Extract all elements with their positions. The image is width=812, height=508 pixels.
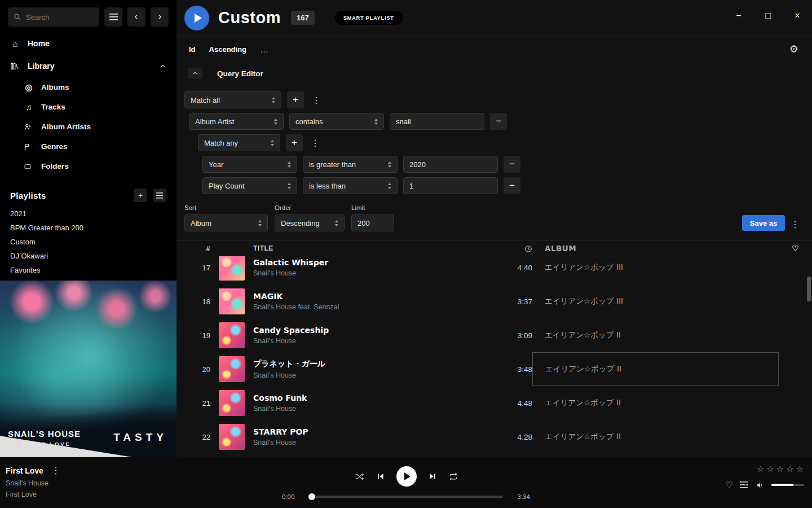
sidebar-item-tracks[interactable]: ♫ Tracks [0, 97, 176, 117]
track-album[interactable]: エイリアン☆ポップ III [532, 262, 779, 273]
sidebar-item-albums[interactable]: ◎ Albums [0, 77, 176, 97]
table-row[interactable]: 20 プラネット・ガール Snail's House 3:48 エイリアン☆ポッ… [176, 352, 812, 386]
sort-menu-kebab-icon[interactable]: ⋮ [788, 219, 802, 230]
playlist-item[interactable]: Favorites [0, 263, 176, 277]
seek-handle[interactable] [308, 493, 315, 500]
queue-icon[interactable] [740, 481, 748, 489]
flag-icon [24, 143, 34, 151]
rule-value-input[interactable] [390, 113, 484, 130]
remove-rule-button[interactable]: − [504, 177, 520, 194]
select-value: Play Count [209, 182, 245, 190]
scrollbar[interactable] [807, 260, 811, 455]
sort-select[interactable]: Album [184, 214, 268, 231]
rule-value-input[interactable] [403, 156, 498, 173]
save-as-button[interactable]: Save as [742, 215, 785, 231]
collapse-chevron-up-icon[interactable] [159, 63, 166, 70]
star-icon[interactable]: ☆ [786, 464, 794, 474]
playlist-list-button[interactable] [153, 189, 166, 202]
order-select[interactable]: Descending [275, 214, 345, 231]
next-icon [428, 472, 437, 481]
column-duration[interactable] [479, 244, 532, 252]
previous-button[interactable] [376, 472, 385, 481]
match-type-select[interactable]: Match all [184, 91, 281, 108]
star-icon[interactable]: ☆ [776, 464, 784, 474]
query-rule-row: Year is greater than − [202, 156, 812, 173]
play-pause-button[interactable] [396, 466, 417, 487]
shuffle-button[interactable] [354, 472, 365, 481]
now-playing-album[interactable]: First Love [6, 491, 63, 498]
seek-slider[interactable] [309, 496, 503, 498]
sidebar-item-folders[interactable]: Folders [0, 156, 176, 176]
table-row[interactable]: 18 MAGIK Snail's House feat. Sennzai 3:3… [176, 284, 812, 318]
settings-gear-icon[interactable]: ⚙ [789, 43, 798, 55]
column-index[interactable]: # [176, 244, 210, 253]
playlist-item[interactable]: DJ Okawari [0, 249, 176, 263]
search-box[interactable] [8, 7, 99, 27]
library-icon [10, 62, 20, 71]
rule-value-input[interactable] [403, 177, 498, 194]
query-editor-collapse-button[interactable] [188, 68, 202, 79]
rule-operator-select[interactable]: contains [289, 113, 384, 130]
star-icon[interactable]: ☆ [766, 464, 774, 474]
remove-rule-button[interactable]: − [504, 156, 520, 173]
sidebar-item-album-artists[interactable]: Album Artists [0, 117, 176, 137]
rule-field-select[interactable]: Year [202, 156, 297, 173]
column-favorite[interactable]: ♡ [779, 244, 812, 253]
table-row[interactable]: 21 Cosmo Funk Snail's House 4:48 エイリアン☆ポ… [176, 386, 812, 420]
sort-field-button[interactable]: Id [189, 45, 196, 54]
limit-input[interactable] [351, 214, 394, 231]
add-playlist-button[interactable]: + [134, 189, 147, 202]
sort-direction-button[interactable]: Ascending [209, 45, 246, 54]
now-playing-kebab-icon[interactable]: ⋮ [49, 465, 63, 476]
more-options-button[interactable]: … [260, 45, 269, 54]
close-button[interactable]: × [789, 8, 805, 24]
next-button[interactable] [428, 472, 437, 481]
now-playing-album-art[interactable]: SNAIL'S HOUSE FIRST LOVE TASTY [0, 281, 176, 457]
table-row[interactable]: 17 Galactic Whisper Snail's House 4:40 エ… [176, 256, 812, 284]
favorite-heart-icon[interactable]: ♡ [726, 480, 733, 490]
group-menu-kebab-icon[interactable]: ⋮ [308, 138, 322, 148]
rule-operator-select[interactable]: is greater than [303, 156, 398, 173]
rule-operator-select[interactable]: is less than [303, 177, 398, 194]
star-icon[interactable]: ☆ [757, 464, 765, 474]
column-title[interactable]: TITLE [253, 244, 479, 252]
play-playlist-button[interactable] [184, 6, 209, 30]
nav-forward-button[interactable] [151, 7, 169, 27]
scrollbar-thumb[interactable] [807, 277, 811, 301]
track-album[interactable]: エイリアン☆ポップ II [532, 398, 779, 408]
playlist-item[interactable]: 2021 [0, 207, 176, 221]
now-playing-title[interactable]: First Love [6, 466, 43, 475]
track-album[interactable]: エイリアン☆ポップ III [532, 296, 779, 306]
star-icon[interactable]: ☆ [796, 464, 804, 474]
now-playing-artist[interactable]: Snail's House [6, 479, 63, 487]
table-row[interactable]: 22 STARRY POP Snail's House 4:28 エイリアン☆ポ… [176, 420, 812, 454]
sidebar-item-library[interactable]: Library [0, 55, 176, 77]
add-group-rule-button[interactable]: + [286, 134, 303, 151]
volume-slider[interactable] [771, 484, 804, 486]
menu-button[interactable] [104, 7, 122, 27]
sidebar-item-genres[interactable]: Genres [0, 137, 176, 156]
volume-icon[interactable] [755, 481, 765, 489]
track-album[interactable]: エイリアン☆ポップ II [532, 432, 779, 442]
rule-field-select[interactable]: Play Count [202, 177, 297, 194]
minimize-button[interactable]: − [731, 8, 747, 24]
repeat-button[interactable] [448, 472, 458, 481]
album-art-thumbnail [219, 256, 245, 281]
add-rule-button[interactable]: + [287, 91, 304, 108]
track-album[interactable]: エイリアン☆ポップ II [532, 330, 779, 340]
column-album[interactable]: ALBUM [532, 244, 779, 253]
maximize-button[interactable]: □ [760, 8, 776, 24]
previous-icon [376, 472, 385, 481]
sidebar-item-home[interactable]: ⌂ Home [0, 32, 176, 55]
search-input[interactable] [26, 13, 88, 21]
track-count-badge: 167 [291, 11, 315, 25]
rule-menu-kebab-icon[interactable]: ⋮ [310, 95, 323, 106]
remove-rule-button[interactable]: − [490, 113, 507, 130]
table-row[interactable]: 19 Candy Spaceship Snail's House 3:09 エイ… [176, 318, 812, 352]
nav-back-button[interactable] [127, 7, 145, 27]
rule-field-select[interactable]: Album Artist [189, 113, 284, 130]
playlist-item[interactable]: BPM Greater than 200 [0, 221, 176, 235]
track-album-focused-cell[interactable]: エイリアン☆ポップ II [532, 352, 779, 386]
playlist-item[interactable]: Custom [0, 235, 176, 249]
group-match-type-select[interactable]: Match any [198, 134, 280, 151]
